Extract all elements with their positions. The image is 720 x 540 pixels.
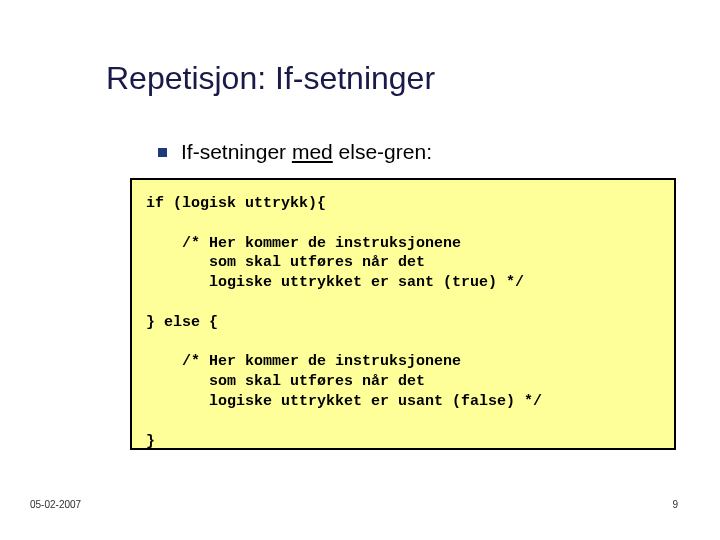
footer-page-number: 9 [672,499,678,510]
bullet-text-under: med [292,140,333,163]
code-block: if (logisk uttrykk){ /* Her kommer de in… [130,178,676,450]
bullet-text-pre: If-setninger [181,140,292,163]
page-title: Repetisjon: If-setninger [106,60,435,97]
footer-date: 05-02-2007 [30,499,81,510]
bullet-item: If-setninger med else-gren: [158,140,432,164]
bullet-text: If-setninger med else-gren: [181,140,432,164]
slide: Repetisjon: If-setninger If-setninger me… [0,0,720,540]
square-bullet-icon [158,148,167,157]
bullet-text-post: else-gren: [333,140,432,163]
